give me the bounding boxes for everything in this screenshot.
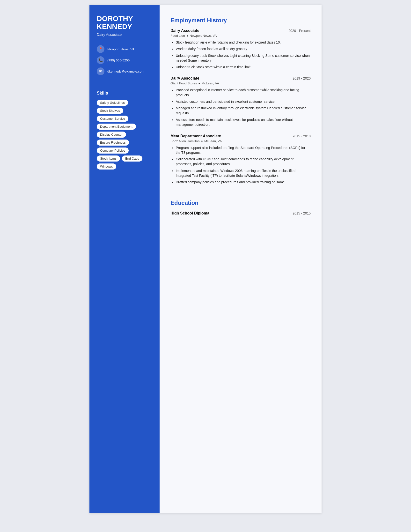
skill-tag: Stock Items bbox=[97, 155, 120, 162]
section-divider bbox=[170, 192, 311, 192]
skill-tag: Customer Service bbox=[97, 116, 128, 122]
job-bullets-list: Provided exceptional customer service to… bbox=[170, 87, 311, 127]
phone-contact: 📞 (790) 555-5255 bbox=[97, 56, 152, 64]
job-bullet: Drafted company policies and procedures … bbox=[176, 180, 311, 184]
skills-heading: Skills bbox=[97, 91, 152, 96]
job-company: Booz Allen Hamilton●McLean, VA bbox=[170, 139, 311, 143]
location-contact: 📍 Newport News, VA bbox=[97, 45, 152, 53]
job-bullet: Managed and restocked inventory through … bbox=[176, 106, 311, 116]
skills-tags: Safety GuidelinesStock ShelvesCustomer S… bbox=[97, 100, 152, 170]
dot-separator: ● bbox=[198, 82, 200, 85]
job-bullet: Unload grocery truck Stock shelves Light… bbox=[176, 53, 311, 63]
candidate-title: Dairy Associate bbox=[97, 32, 152, 37]
skill-tag: Safety Guidelines bbox=[97, 100, 128, 106]
company-location: McLean, VA bbox=[204, 139, 222, 143]
education-heading: Education bbox=[170, 200, 311, 206]
job-dates: 2019 - 2020 bbox=[292, 76, 311, 80]
job-company: Giant Food Stores●McLean, VA bbox=[170, 82, 311, 85]
phone-icon: 📞 bbox=[97, 56, 104, 64]
job-header: Dairy Associate2020 - Present bbox=[170, 28, 311, 33]
skill-tag: Department Equipment bbox=[97, 124, 136, 130]
job-dates: 2015 - 2019 bbox=[292, 134, 311, 138]
job-bullet: Worked dairy frozen food as well as dry … bbox=[176, 47, 311, 51]
job-title: Dairy Associate bbox=[170, 28, 199, 33]
skill-tag: Stock Shelves bbox=[97, 108, 123, 114]
sidebar: DOROTHY KENNEDY Dairy Associate 📍 Newpor… bbox=[89, 5, 159, 513]
job-bullet: Stock freight on aisle while rotating an… bbox=[176, 40, 311, 45]
skills-section: Skills Safety GuidelinesStock ShelvesCus… bbox=[97, 91, 152, 170]
job-bullet: Program support also included drafting t… bbox=[176, 145, 311, 155]
email-contact: ✉ dkennedy@example.com bbox=[97, 67, 152, 75]
job-bullets-list: Program support also included drafting t… bbox=[170, 145, 311, 185]
employment-heading: Employment History bbox=[170, 17, 311, 24]
location-icon: 📍 bbox=[97, 45, 104, 53]
edu-container: High School Diploma2015 - 2015 bbox=[170, 211, 311, 216]
job-title: Dairy Associate bbox=[170, 76, 199, 81]
edu-degree: High School Diploma bbox=[170, 211, 209, 216]
company-location: Newport News, VA bbox=[189, 34, 217, 38]
job-bullet: Unload truck Stock store within a certai… bbox=[176, 65, 311, 69]
dot-separator: ● bbox=[201, 139, 203, 143]
company-name: Giant Food Stores bbox=[170, 82, 197, 85]
job-company: Food Lion●Newport News, VA bbox=[170, 34, 311, 38]
edu-block: High School Diploma2015 - 2015 bbox=[170, 211, 311, 216]
contact-section: 📍 Newport News, VA 📞 (790) 555-5255 ✉ dk… bbox=[97, 45, 152, 79]
job-bullet: Collaborated with USMC and Joint command… bbox=[176, 157, 311, 167]
company-name: Food Lion bbox=[170, 34, 185, 38]
job-block: Dairy Associate2020 - PresentFood Lion●N… bbox=[170, 28, 311, 69]
main-content: Employment History Dairy Associate2020 -… bbox=[159, 5, 322, 513]
company-location: McLean, VA bbox=[202, 82, 219, 85]
job-bullets-list: Stock freight on aisle while rotating an… bbox=[170, 40, 311, 69]
company-name: Booz Allen Hamilton bbox=[170, 139, 200, 143]
jobs-container: Dairy Associate2020 - PresentFood Lion●N… bbox=[170, 28, 311, 185]
job-dates: 2020 - Present bbox=[289, 29, 311, 33]
dot-separator: ● bbox=[187, 34, 188, 38]
email-icon: ✉ bbox=[97, 67, 104, 75]
skill-tag: Company Policies bbox=[97, 148, 129, 153]
skill-tag: End Caps bbox=[122, 155, 142, 162]
job-header: Dairy Associate2019 - 2020 bbox=[170, 76, 311, 81]
job-block: Meat Department Associate2015 - 2019Booz… bbox=[170, 134, 311, 185]
job-bullet: Assisted customers and participated in e… bbox=[176, 99, 311, 104]
job-header: Meat Department Associate2015 - 2019 bbox=[170, 134, 311, 138]
job-bullet: Assess store needs to maintain stock lev… bbox=[176, 117, 311, 127]
edu-dates: 2015 - 2015 bbox=[292, 211, 311, 215]
job-bullet: Implemented and maintained Windows 2003 … bbox=[176, 168, 311, 178]
skill-tag: Ensure Freshness bbox=[97, 140, 129, 146]
job-title: Meat Department Associate bbox=[170, 134, 221, 138]
candidate-name: DOROTHY KENNEDY bbox=[97, 15, 152, 30]
resume-container: DOROTHY KENNEDY Dairy Associate 📍 Newpor… bbox=[89, 5, 322, 513]
skill-tag: Windows bbox=[97, 163, 116, 170]
job-block: Dairy Associate2019 - 2020Giant Food Sto… bbox=[170, 76, 311, 127]
skill-tag: Display Counter bbox=[97, 132, 126, 138]
job-bullet: Provided exceptional customer service to… bbox=[176, 87, 311, 97]
